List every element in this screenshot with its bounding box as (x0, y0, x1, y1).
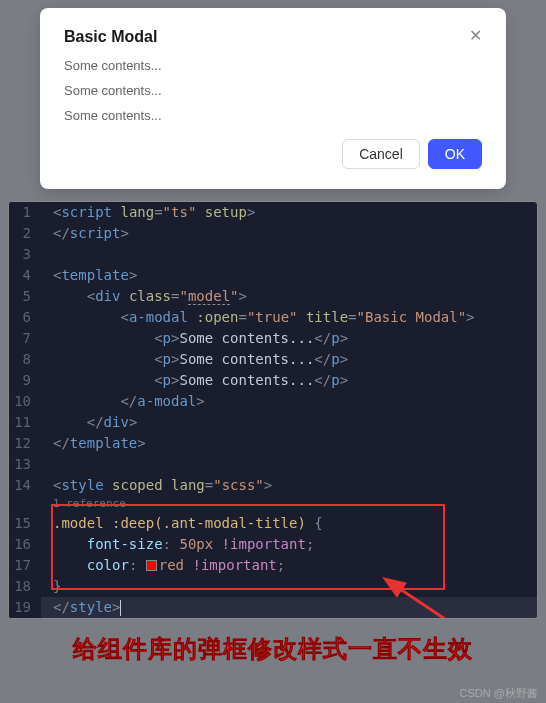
modal-backdrop: Basic Modal ✕ Some contents... Some cont… (0, 0, 546, 189)
modal-footer: Cancel OK (64, 139, 482, 169)
code-line: 11 </div> (9, 412, 537, 433)
code-line: 14<style scoped lang="scss"> (9, 475, 537, 496)
line-number: 7 (9, 328, 41, 349)
line-number: 13 (9, 454, 41, 475)
line-number: 2 (9, 223, 41, 244)
ok-button[interactable]: OK (428, 139, 482, 169)
modal-content-line: Some contents... (64, 108, 482, 123)
code-line: 18} (9, 576, 537, 597)
code-line: 15.model :deep(.ant-modal-title) { (9, 513, 537, 534)
line-number: 6 (9, 307, 41, 328)
code-line: 12</template> (9, 433, 537, 454)
code-line: 13 (9, 454, 537, 475)
modal-content-line: Some contents... (64, 58, 482, 73)
color-swatch-icon (146, 560, 157, 571)
modal-dialog: Basic Modal ✕ Some contents... Some cont… (40, 8, 506, 189)
line-number: 14 (9, 475, 41, 496)
modal-content-line: Some contents... (64, 83, 482, 98)
line-number: 10 (9, 391, 41, 412)
code-line-active: 19</style> (9, 597, 537, 618)
reference-hint: 1 reference (9, 496, 537, 513)
line-number: 9 (9, 370, 41, 391)
code-line: 9 <p>Some contents...</p> (9, 370, 537, 391)
code-editor[interactable]: 1<script lang="ts" setup> 2</script> 3 4… (8, 201, 538, 619)
cursor-icon (120, 600, 121, 616)
code-line: 1<script lang="ts" setup> (9, 202, 537, 223)
modal-header: Basic Modal ✕ (64, 28, 482, 46)
line-number: 5 (9, 286, 41, 307)
line-number: 17 (9, 555, 41, 576)
annotation-caption: 给组件库的弹框修改样式一直不生效 (0, 633, 546, 665)
code-line: 10 </a-modal> (9, 391, 537, 412)
code-line: 3 (9, 244, 537, 265)
line-number: 18 (9, 576, 41, 597)
cancel-button[interactable]: Cancel (342, 139, 420, 169)
line-number: 15 (9, 513, 41, 534)
code-line: 4<template> (9, 265, 537, 286)
line-number: 16 (9, 534, 41, 555)
code-line: 2</script> (9, 223, 537, 244)
code-line: 8 <p>Some contents...</p> (9, 349, 537, 370)
line-number: 12 (9, 433, 41, 454)
line-number: 3 (9, 244, 41, 265)
code-line: 16 font-size: 50px !important; (9, 534, 537, 555)
line-number: 11 (9, 412, 41, 433)
close-icon[interactable]: ✕ (469, 28, 482, 44)
line-number: 4 (9, 265, 41, 286)
code-line: 7 <p>Some contents...</p> (9, 328, 537, 349)
line-number: 8 (9, 349, 41, 370)
modal-title: Basic Modal (64, 28, 157, 46)
code-line: 6 <a-modal :open="true" title="Basic Mod… (9, 307, 537, 328)
watermark: CSDN @秋野酱 (460, 686, 538, 701)
modal-body: Some contents... Some contents... Some c… (64, 58, 482, 123)
code-line: 5 <div class="model"> (9, 286, 537, 307)
code-line: 17 color: red !important; (9, 555, 537, 576)
line-number: 19 (9, 597, 41, 618)
line-number: 1 (9, 202, 41, 223)
